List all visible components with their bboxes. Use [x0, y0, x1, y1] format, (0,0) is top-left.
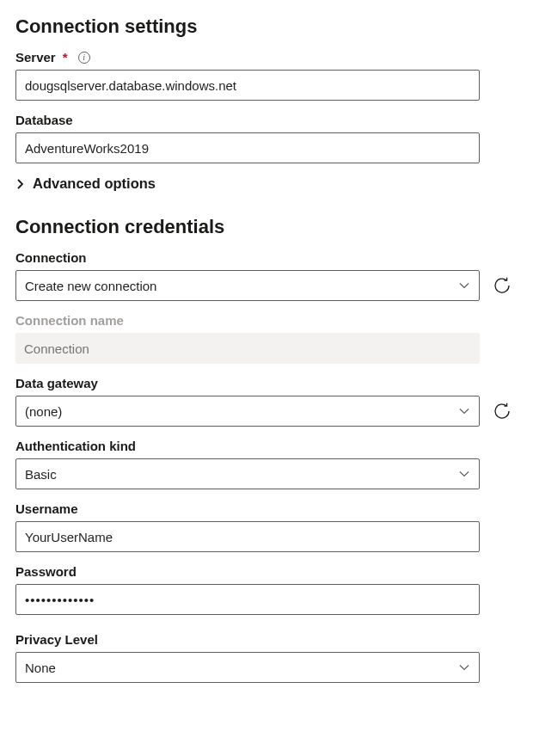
advanced-options-toggle[interactable]: Advanced options: [15, 175, 518, 192]
data-gateway-select[interactable]: (none): [15, 396, 480, 427]
database-input[interactable]: [15, 132, 480, 163]
connection-refresh-button[interactable]: [492, 275, 512, 296]
privacy-level-label: Privacy Level: [15, 632, 480, 647]
auth-kind-label: Authentication kind: [15, 439, 480, 453]
chevron-right-icon: [15, 179, 26, 189]
username-input[interactable]: [15, 521, 480, 552]
auth-kind-select-value: Basic: [25, 467, 57, 482]
server-label: Server * i: [15, 50, 480, 65]
connection-settings-title: Connection settings: [15, 15, 518, 38]
connection-label-text: Connection: [15, 250, 87, 265]
connection-credentials-title: Connection credentials: [15, 216, 518, 238]
auth-kind-label-text: Authentication kind: [15, 439, 136, 453]
server-input[interactable]: [15, 70, 480, 101]
info-icon[interactable]: i: [78, 52, 90, 64]
auth-kind-select[interactable]: Basic: [15, 458, 480, 489]
advanced-options-label: Advanced options: [33, 175, 156, 192]
privacy-level-label-text: Privacy Level: [15, 632, 98, 647]
connection-label: Connection: [15, 250, 518, 265]
data-gateway-label-text: Data gateway: [15, 376, 98, 390]
privacy-level-select[interactable]: None: [15, 652, 480, 683]
required-star: *: [63, 50, 68, 65]
chevron-down-icon: [458, 661, 470, 673]
username-label: Username: [15, 501, 480, 516]
password-input[interactable]: [15, 584, 480, 615]
username-label-text: Username: [15, 501, 78, 516]
data-gateway-select-value: (none): [25, 404, 62, 419]
password-label: Password: [15, 564, 480, 579]
server-label-text: Server: [15, 50, 56, 65]
connection-name-label-text: Connection name: [15, 313, 124, 328]
database-label-text: Database: [15, 113, 73, 127]
connection-name-label: Connection name: [15, 313, 480, 328]
chevron-down-icon: [458, 405, 470, 417]
connection-select[interactable]: Create new connection: [15, 270, 480, 301]
chevron-down-icon: [458, 468, 470, 480]
password-label-text: Password: [15, 564, 77, 579]
privacy-level-select-value: None: [25, 661, 56, 675]
connection-select-value: Create new connection: [25, 279, 156, 293]
database-label: Database: [15, 113, 480, 127]
gateway-refresh-button[interactable]: [492, 401, 512, 421]
chevron-down-icon: [458, 280, 470, 292]
connection-name-input: [15, 333, 480, 364]
data-gateway-label: Data gateway: [15, 376, 518, 390]
